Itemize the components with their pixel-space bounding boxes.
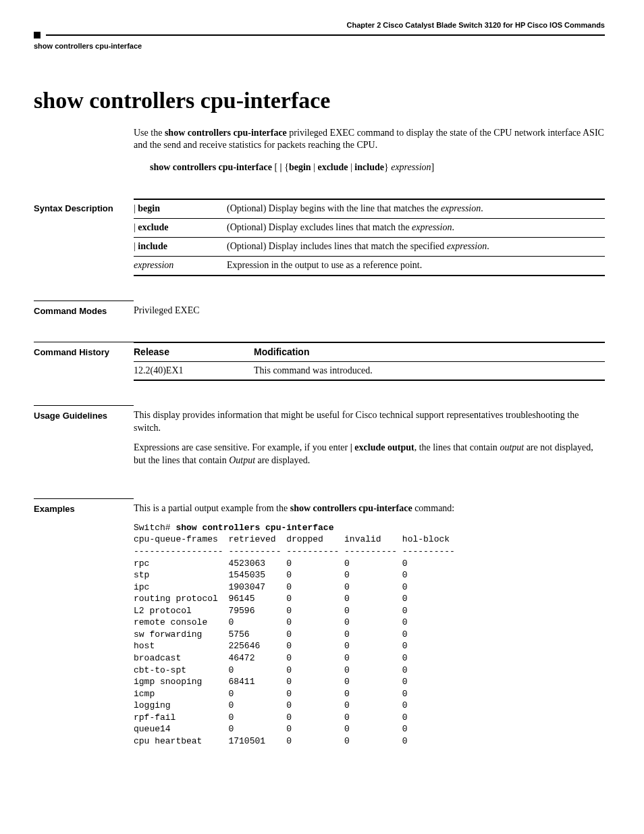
section-syntax-label: Syntax Description [34, 199, 134, 276]
history-table: Release Modification 12.2(40)EX1 This co… [134, 342, 605, 382]
section-examples-label: Examples [34, 498, 134, 747]
square-icon [34, 32, 41, 38]
section-history-label: Command History [34, 342, 134, 382]
section-usage-label: Usage Guidelines [34, 405, 134, 474]
page-title: show controllers cpu-interface [34, 85, 605, 116]
rule-line [46, 34, 605, 36]
section-modes-label: Command Modes [34, 301, 134, 317]
syntax-line: show controllers cpu-interface [ | {begi… [150, 161, 605, 174]
syntax-table: | begin (Optional) Display begins with t… [134, 199, 605, 276]
header-sub: show controllers cpu-interface [34, 41, 605, 51]
header-chapter: Chapter 2 Cisco Catalyst Blade Switch 31… [34, 20, 605, 30]
examples-intro: This is a partial output example from th… [134, 502, 605, 515]
intro-paragraph: Use the show controllers cpu-interface p… [134, 127, 605, 153]
usage-p1: This display provides information that m… [134, 409, 605, 435]
usage-p2: Expressions are case sensitive. For exam… [134, 442, 605, 467]
examples-output: Switch# show controllers cpu-interface c… [134, 522, 605, 747]
command-modes-value: Privileged EXEC [134, 305, 200, 315]
header-rule [34, 32, 605, 38]
